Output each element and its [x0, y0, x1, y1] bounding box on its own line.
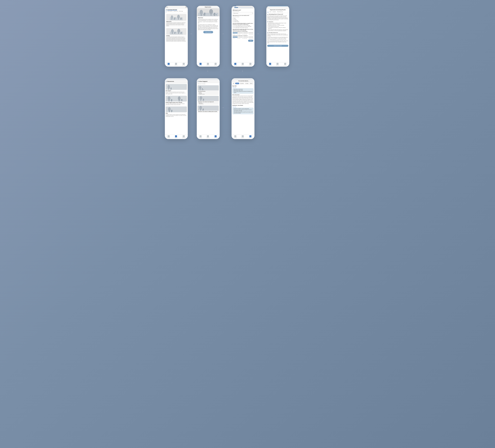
- nav-resources-label-5: Resources: [175, 137, 178, 138]
- nav-give-support-5[interactable]: Give Support: [182, 135, 185, 138]
- nav-screenings-7[interactable]: Screenings: [234, 135, 237, 138]
- nav-give-support[interactable]: Give Support: [182, 63, 185, 66]
- someone-key-tips-header[interactable]: ▾ Key tips: [233, 106, 254, 107]
- nav-give-support-6[interactable]: Give Support: [214, 135, 217, 138]
- nav-resources-5[interactable]: Resources: [175, 135, 178, 138]
- gender-other[interactable]: Another identity: [233, 21, 253, 22]
- svg-rect-29: [211, 14, 211, 16]
- someone-tip-1: Diagnosing a problem is a job for profes…: [233, 108, 253, 109]
- worried-item-adult[interactable]: An adult in my life: [198, 94, 218, 95]
- back-button-3[interactable]: <: [233, 7, 233, 8]
- nav-screenings-5[interactable]: Screenings: [167, 135, 170, 138]
- scale-item-2[interactable]: [238, 32, 243, 33]
- calendar-card[interactable]: Family support group event calendar The …: [166, 96, 187, 105]
- tab-body[interactable]: Body image: [179, 11, 183, 12]
- key-tips-header[interactable]: ▾ Key tips: [233, 87, 254, 88]
- nav-resources-2[interactable]: Resources: [206, 63, 209, 66]
- age-select[interactable]: Please select ▾: [233, 12, 253, 14]
- scale-item-2-4[interactable]: [248, 37, 253, 38]
- checkbox-female[interactable]: [233, 19, 234, 20]
- arrow-6-7: →: [221, 106, 225, 109]
- worried-card[interactable]: I'm worried about My child My parent An …: [198, 85, 219, 95]
- scale-item-4[interactable]: [248, 32, 253, 33]
- checkbox-treatment-never[interactable]: [233, 25, 234, 26]
- faq-image: [166, 106, 187, 112]
- tab-substance[interactable]: Substance use: [173, 11, 178, 12]
- nav-screenings-3[interactable]: Screenings: [234, 63, 237, 66]
- svg-point-60: [202, 88, 203, 89]
- phone-give-support: Give Support What can I do when...: [197, 78, 220, 139]
- email-results-button[interactable]: Email me my results: [267, 45, 289, 47]
- nav-resources-3[interactable]: Resources: [241, 63, 244, 66]
- question-gender-sub[interactable]: Why are we asking?: [233, 16, 253, 17]
- tab-all-7[interactable]: All: [233, 83, 235, 84]
- bottom-nav-7: Screenings Resources Give Support: [232, 134, 254, 139]
- tab-an-adult[interactable]: An adult: [245, 83, 249, 84]
- nav-resources-4[interactable]: Resources: [276, 63, 279, 66]
- svg-point-41: [168, 96, 170, 100]
- suicide-card[interactable]: Someone I care about is talking about su…: [198, 105, 219, 113]
- checkbox-male[interactable]: [233, 18, 234, 19]
- more-info-text: It can be hard to figure out what to do …: [233, 95, 254, 104]
- scale-labels-2: Not at all Several days Over half the da…: [233, 38, 253, 39]
- gender-trans[interactable]: Transgender: [233, 20, 253, 21]
- scale-item-2-3[interactable]: [243, 37, 248, 38]
- anxiety-card[interactable]: Anxiety This self-test asks about sympto…: [166, 28, 187, 42]
- tab-all[interactable]: All: [166, 11, 166, 12]
- get-support-card[interactable]: Get support Email us - our information/r…: [166, 84, 187, 95]
- nav-resources-label-2: Resources: [206, 65, 209, 66]
- nav-screenings-4[interactable]: Screenings: [269, 63, 272, 66]
- treatment-past[interactable]: I've sought help or been treated in the …: [233, 27, 253, 28]
- checkbox-other[interactable]: [233, 21, 234, 22]
- language-selector[interactable]: English: [166, 7, 168, 8]
- scale-item-2-2[interactable]: [238, 37, 243, 38]
- next-button[interactable]: Next: [248, 40, 253, 42]
- faq-card[interactable]: FAQ Find quick answers to common questio…: [166, 106, 187, 117]
- nav-give-support-4[interactable]: Give Support: [284, 63, 287, 66]
- gender-male[interactable]: Male: [233, 18, 253, 19]
- gender-female[interactable]: Female: [233, 19, 253, 20]
- back-button-7[interactable]: <: [233, 80, 233, 81]
- nav-screenings-2[interactable]: Screenings: [199, 63, 202, 66]
- back-button-4[interactable]: <: [267, 7, 268, 8]
- screenings-nav-icon-6: [200, 135, 202, 137]
- nav-resources-7[interactable]: Resources: [241, 135, 244, 138]
- depression-card-title: Depression: [166, 21, 186, 22]
- phone7-header: < I'm worried about...: [232, 80, 254, 82]
- tab-someone[interactable]: Some...: [249, 83, 253, 84]
- question-age-sub[interactable]: Why are we asking?: [233, 11, 253, 12]
- treatment-current[interactable]: I'm currently being treated for low mood…: [233, 26, 253, 27]
- start-screening-button[interactable]: Start screening: [203, 31, 213, 33]
- diagnosed-item-schiz[interactable]: Schizophrenia: [198, 104, 218, 104]
- checkbox-treatment-current[interactable]: [233, 26, 234, 27]
- tab-my-child[interactable]: My child: [235, 83, 239, 84]
- nav-give-support-7[interactable]: Give Support: [249, 135, 252, 138]
- nav-screenings[interactable]: Screenings: [167, 63, 170, 66]
- tab-resources-4[interactable]: Help & Resources: [277, 11, 283, 13]
- nav-resources[interactable]: Resources: [175, 63, 178, 66]
- phone-questions: < What age are you? Why are we asking? P…: [232, 6, 254, 67]
- scale-item-1[interactable]: [233, 32, 238, 33]
- tab-score[interactable]: Score: [269, 11, 272, 13]
- back-button-2[interactable]: <: [198, 6, 198, 8]
- checkbox-trans[interactable]: [233, 20, 234, 21]
- symptoms-title: Symptoms: [269, 21, 273, 22]
- checkbox-treatment-past[interactable]: [233, 27, 234, 28]
- resource-4: In BC, we recommend 310-6789 (don't ente…: [267, 40, 289, 43]
- treatment-never[interactable]: I've never sought help for low mood or d…: [233, 25, 253, 26]
- nav-resources-6[interactable]: Resources: [206, 135, 209, 138]
- svg-point-20: [181, 32, 182, 33]
- tab-all-4[interactable]: All: [267, 11, 269, 13]
- tab-my-parent[interactable]: My parent: [240, 83, 244, 84]
- scale-item-3[interactable]: [243, 32, 248, 33]
- tab-symptoms[interactable]: Symptoms: [272, 11, 276, 13]
- tab-mental[interactable]: Mental wellness: [167, 11, 173, 12]
- nav-give-support-3[interactable]: Give Support: [249, 63, 252, 66]
- nav-screenings-6[interactable]: Screenings: [199, 135, 202, 138]
- depression-card[interactable]: Depression This self-test looks at sympt…: [166, 13, 187, 27]
- scale-1[interactable]: [233, 32, 253, 33]
- scale-2[interactable]: [233, 37, 253, 38]
- diagnosed-card[interactable]: Someone I care about was diagnosed Depre…: [198, 96, 219, 105]
- scale-item-2-1[interactable]: [233, 37, 238, 38]
- nav-give-support-2[interactable]: Give Support: [214, 63, 217, 66]
